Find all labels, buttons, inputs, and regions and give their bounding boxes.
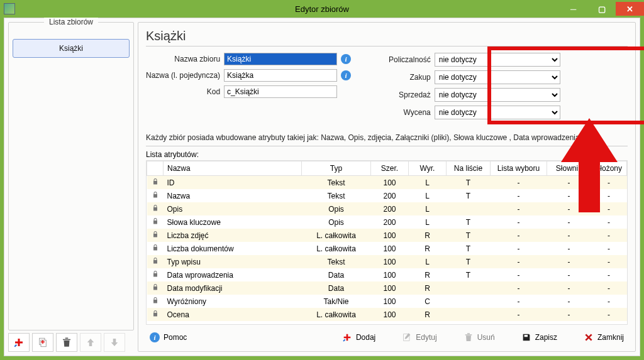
label-nazwa-zbioru: Nazwa zbioru: [146, 55, 220, 63]
sidebar-title: Lista zbiorów: [44, 18, 98, 26]
lock-icon: [152, 297, 159, 304]
maximize-button[interactable]: ▢: [587, 2, 616, 16]
table-row[interactable]: OcenaL. całkowita100R---: [147, 308, 627, 321]
table-row[interactable]: Liczba dokumentówL. całkowita100RT---: [147, 242, 627, 255]
edit-icon: [402, 332, 412, 342]
combo-sprzedaz[interactable]: nie dotyczy: [435, 88, 560, 102]
lock-icon: [152, 178, 159, 185]
help-icon: i: [150, 332, 160, 342]
close-button[interactable]: ✕: [616, 2, 644, 16]
add-button[interactable]: Dodaj: [338, 330, 379, 345]
table-row[interactable]: Data modyfikacjiData100R---: [147, 281, 627, 295]
svg-rect-1: [41, 340, 46, 347]
delete-label: Usuń: [477, 333, 495, 342]
trash-icon: [464, 332, 474, 342]
col-wyr[interactable]: Wyr.: [409, 161, 447, 176]
input-kod[interactable]: [224, 85, 337, 98]
combo-policzalnosc[interactable]: nie dotyczy: [435, 53, 560, 67]
lock-icon: [152, 310, 159, 317]
move-up-button[interactable]: [80, 333, 101, 352]
info-icon[interactable]: i: [341, 54, 351, 64]
window-title: Edytor zbiorów: [0, 4, 644, 14]
input-nazwa-zbioru[interactable]: [224, 53, 337, 65]
col-nazwa[interactable]: Nazwa: [164, 161, 302, 176]
help-button[interactable]: i Pomoc: [146, 330, 191, 345]
table-row[interactable]: WyróżnionyTak/Nie100C---: [147, 295, 627, 308]
lock-icon: [152, 283, 159, 291]
combo-wycena[interactable]: nie dotyczy: [435, 106, 560, 119]
app-icon: [4, 3, 15, 14]
close-icon: [584, 332, 594, 342]
copy-collection-button[interactable]: [32, 333, 53, 352]
label-kod: Kod: [146, 87, 220, 96]
edit-button[interactable]: Edytuj: [398, 330, 440, 345]
lock-icon: [152, 204, 159, 212]
input-nazwa-poj[interactable]: [224, 69, 337, 82]
col-szer[interactable]: Szer.: [371, 161, 409, 176]
col-listawyboru[interactable]: Lista wyboru: [491, 161, 547, 176]
add-collection-button[interactable]: [8, 333, 30, 352]
label-sprzedaz: Sprzedaż: [389, 90, 431, 99]
table-row[interactable]: Słowa kluczoweOpis200LT---: [147, 215, 627, 229]
label-wycena: Wycena: [389, 108, 431, 117]
table-row[interactable]: Typ wpisuTekst100LT---: [147, 255, 627, 268]
sidebar-group: Lista zbiorów Książki: [8, 22, 134, 330]
main-panel: Książki Nazwa zbioru i Nazwa (l. pojedyn…: [138, 22, 636, 352]
attribute-list-title: Lista atrybutów:: [146, 146, 628, 160]
label-zakup: Zakup: [389, 73, 431, 82]
info-icon[interactable]: i: [341, 70, 351, 80]
delete-button[interactable]: Usuń: [460, 330, 499, 345]
col-slownik[interactable]: Słownik: [547, 161, 591, 176]
closeform-label: Zamknij: [597, 333, 624, 342]
sidebar-item-ksiazki[interactable]: Książki: [13, 39, 130, 58]
lock-icon: [152, 231, 159, 238]
lock-icon: [152, 217, 159, 225]
table-row[interactable]: Liczba zdjęćL. całkowita100RT---: [147, 229, 627, 242]
label-policzalnosc: Policzalność: [389, 55, 431, 64]
table-row[interactable]: OpisOpis200L---: [147, 202, 627, 215]
table-row[interactable]: IDTekst100LT---: [147, 176, 627, 190]
lock-icon: [152, 270, 159, 278]
save-icon: [521, 332, 531, 342]
add-label: Dodaj: [356, 333, 375, 342]
move-down-button[interactable]: [104, 333, 125, 352]
attribute-table: Nazwa Typ Szer. Wyr. Na liście Lista wyb…: [146, 160, 628, 325]
lock-icon: [152, 244, 159, 251]
col-zlozony[interactable]: Złożony: [591, 161, 627, 176]
combo-zakup[interactable]: nie dotyczy: [435, 70, 560, 84]
delete-collection-button[interactable]: [56, 333, 77, 352]
closeform-button[interactable]: Zamknij: [580, 330, 628, 345]
titlebar: Edytor zbiorów ─ ▢ ✕: [0, 0, 644, 18]
lock-icon: [152, 191, 159, 199]
builtin-note: Każdy zbiór posiada wbudowane atrybuty t…: [146, 133, 628, 142]
col-naliscie[interactable]: Na liście: [447, 161, 491, 176]
edit-label: Edytuj: [416, 333, 436, 342]
save-button[interactable]: Zapisz: [518, 330, 561, 345]
help-label: Pomoc: [164, 333, 187, 342]
plus-icon: [342, 332, 352, 342]
save-label: Zapisz: [535, 333, 557, 342]
table-row[interactable]: NazwaTekst200LT---: [147, 189, 627, 202]
minimize-button[interactable]: ─: [559, 2, 587, 16]
table-row[interactable]: Data wprowadzeniaData100RT---: [147, 268, 627, 281]
col-typ[interactable]: Typ: [302, 161, 371, 176]
main-heading: Książki: [146, 29, 628, 46]
lock-icon: [152, 257, 159, 265]
label-nazwa-poj: Nazwa (l. pojedyncza): [146, 71, 220, 80]
